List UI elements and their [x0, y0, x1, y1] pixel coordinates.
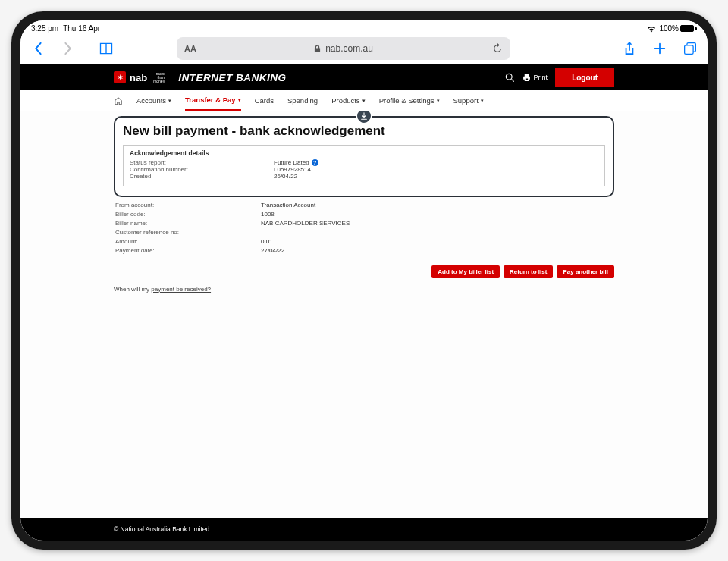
nav-item-spending[interactable]: Spending — [287, 90, 318, 111]
share-icon[interactable] — [621, 40, 638, 57]
nav-item-cards[interactable]: Cards — [255, 90, 274, 111]
nav-item-support[interactable]: Support▾ — [453, 90, 484, 111]
detail-label: Payment date: — [115, 247, 261, 254]
detail-row: Payment date:27/04/22 — [115, 246, 613, 255]
detail-label: Biller code: — [115, 211, 261, 218]
battery-percent: 100% — [659, 24, 679, 33]
nav-item-transfer-pay[interactable]: Transfer & Pay▾ — [185, 90, 241, 111]
detail-label: Biller name: — [115, 220, 261, 227]
svg-point-2 — [506, 74, 512, 80]
main-nav: Accounts▾Transfer & Pay▾CardsSpendingPro… — [20, 90, 708, 111]
helper-prefix: When will my — [114, 286, 151, 293]
nav-label: Profile & Settings — [379, 96, 435, 105]
detail-label: Amount: — [115, 238, 261, 245]
ack-label: Created: — [130, 173, 274, 180]
ack-section-title: Acknowledgement details — [130, 149, 598, 157]
status-date: Thu 16 Apr — [63, 24, 100, 33]
chevron-down-icon: ▾ — [238, 97, 241, 103]
forward-button[interactable] — [60, 40, 77, 57]
safari-toolbar: AA nab.com.au — [20, 34, 708, 64]
download-badge-icon[interactable] — [356, 111, 372, 124]
nav-label: Spending — [287, 96, 318, 105]
detail-row: Customer reference no: — [115, 227, 613, 237]
status-time: 3:25 pm — [31, 24, 58, 33]
ack-label: Confirmation number: — [130, 166, 274, 173]
new-tab-icon[interactable] — [651, 40, 668, 57]
acknowledgement-details: Acknowledgement details Status report:Fu… — [123, 145, 605, 186]
tabs-icon[interactable] — [682, 40, 698, 57]
nab-logo[interactable]: ✶ nab morethanmoney — [114, 71, 165, 83]
wifi-icon — [647, 25, 656, 33]
ack-row: Confirmation number:L0597928514 — [130, 166, 598, 173]
detail-value: 27/04/22 — [261, 247, 284, 254]
ack-row: Status report:Future Dated? — [130, 159, 598, 166]
nav-item-profile-settings[interactable]: Profile & Settings▾ — [379, 90, 440, 111]
logout-button[interactable]: Logout — [555, 68, 614, 87]
reload-icon[interactable] — [492, 43, 503, 54]
search-icon[interactable] — [505, 73, 515, 83]
app-footer: © National Australia Bank Limited — [20, 518, 708, 541]
ack-label: Status report: — [130, 159, 274, 166]
page-content: New bill payment - bank acknowledgement … — [20, 111, 708, 518]
detail-label: From account: — [115, 202, 261, 208]
ios-status-bar: 3:25 pm Thu 16 Apr 100% — [20, 20, 708, 34]
return-to-list-button[interactable]: Return to list — [504, 265, 553, 278]
print-label: Print — [534, 74, 548, 81]
lock-icon — [314, 45, 321, 53]
detail-value: 0.01 — [261, 238, 273, 245]
nav-label: Products — [331, 96, 360, 105]
detail-value: 1008 — [261, 211, 275, 218]
ack-value: 26/04/22 — [274, 173, 297, 180]
detail-row: Biller name:NAB CARDHOLDER SERVICES — [115, 218, 613, 227]
brand-tagline: morethanmoney — [153, 72, 165, 83]
chevron-down-icon: ▾ — [168, 98, 171, 104]
detail-row: Biller code:1008 — [115, 209, 613, 218]
copyright-text: © National Australia Bank Limited — [114, 525, 209, 533]
acknowledgement-card: New bill payment - bank acknowledgement … — [114, 116, 614, 197]
payment-details: From account:Transaction AccountBiller c… — [114, 197, 614, 255]
home-icon[interactable] — [114, 90, 123, 111]
info-icon[interactable]: ? — [312, 159, 318, 166]
detail-value: NAB CARDHOLDER SERVICES — [261, 220, 350, 227]
ipad-frame: 3:25 pm Thu 16 Apr 100% — [11, 11, 717, 550]
add-to-biller-list-button[interactable]: Add to My biller list — [431, 265, 500, 278]
battery-indicator: 100% — [659, 24, 697, 33]
chevron-down-icon: ▾ — [481, 98, 484, 104]
detail-value: Transaction Account — [261, 202, 315, 208]
nav-item-accounts[interactable]: Accounts▾ — [136, 90, 171, 111]
nav-item-products[interactable]: Products▾ — [331, 90, 366, 111]
page-title: New bill payment - bank acknowledgement — [123, 124, 605, 139]
screen: 3:25 pm Thu 16 Apr 100% — [20, 20, 708, 541]
product-title: INTERNET BANKING — [178, 72, 286, 83]
nav-label: Accounts — [136, 96, 166, 105]
nav-label: Cards — [255, 96, 274, 105]
brand-text: nab — [130, 72, 147, 83]
app-header: ✶ nab morethanmoney INTERNET BANKING Pri… — [20, 64, 708, 90]
bookmarks-icon[interactable] — [98, 40, 115, 57]
nav-label: Support — [453, 96, 479, 105]
print-icon — [522, 74, 531, 82]
url-host: nab.com.au — [325, 43, 373, 54]
payment-received-link[interactable]: payment be received? — [151, 286, 211, 293]
pay-another-bill-button[interactable]: Pay another bill — [557, 265, 614, 278]
nab-star-icon: ✶ — [114, 71, 126, 83]
text-size-button[interactable]: AA — [184, 44, 196, 53]
nav-label: Transfer & Pay — [185, 96, 236, 104]
helper-text: When will my payment be received? — [114, 286, 614, 293]
url-bar[interactable]: AA nab.com.au — [177, 37, 510, 60]
action-buttons: Add to My biller list Return to list Pay… — [114, 265, 614, 278]
back-button[interactable] — [30, 40, 46, 57]
svg-rect-1 — [685, 45, 693, 54]
chevron-down-icon: ▾ — [437, 98, 440, 104]
detail-row: From account:Transaction Account — [115, 200, 613, 209]
detail-row: Amount:0.01 — [115, 237, 613, 246]
detail-label: Customer reference no: — [115, 229, 261, 236]
ack-value: L0597928514 — [274, 166, 311, 173]
ack-row: Created:26/04/22 — [130, 173, 598, 180]
chevron-down-icon: ▾ — [362, 98, 366, 104]
ack-value: Future Dated? — [274, 159, 318, 166]
print-button[interactable]: Print — [522, 74, 548, 82]
